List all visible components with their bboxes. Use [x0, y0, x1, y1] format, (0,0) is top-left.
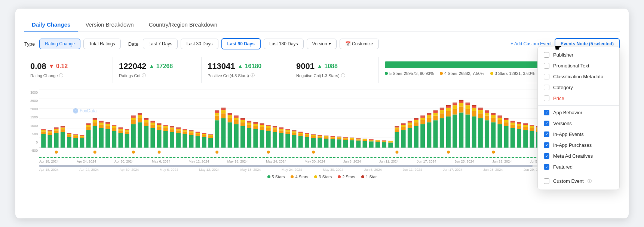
svg-rect-325 — [446, 108, 451, 111]
dropdown-divider-2 — [538, 174, 619, 174]
chart-section: 3000 2500 2000 1500 1000 500 0 -500 — [24, 89, 620, 172]
x2-label-5: May 18, 2024 — [240, 168, 261, 172]
version-button[interactable]: Version ▾ — [307, 39, 337, 49]
category-label: Category — [553, 85, 573, 90]
custom-event-checkbox[interactable] — [544, 178, 549, 184]
promotional-text-checkbox[interactable] — [544, 63, 549, 69]
total-ratings-button[interactable]: Total Ratings — [83, 39, 120, 49]
svg-rect-269 — [375, 141, 380, 142]
svg-rect-359 — [491, 118, 496, 122]
svg-rect-98 — [157, 130, 162, 148]
rating-change-button[interactable]: Rating Change — [39, 39, 80, 49]
last-30-days-button[interactable]: Last 30 Days — [181, 39, 218, 49]
svg-rect-226 — [318, 135, 322, 136]
legend-3stars: 3 Stars — [314, 175, 332, 179]
dropdown-price[interactable]: Price — [538, 93, 619, 104]
svg-rect-244 — [343, 139, 348, 140]
svg-point-462 — [215, 151, 218, 154]
last-7-days-button[interactable]: Last 7 Days — [143, 39, 178, 49]
customize-button[interactable]: 📅 Customize — [340, 39, 379, 49]
dropdown-versions[interactable]: Versions — [538, 118, 619, 129]
svg-rect-170 — [247, 122, 251, 125]
legend-2stars-label: 2 Stars — [342, 175, 355, 179]
svg-rect-180 — [260, 125, 264, 127]
svg-rect-11 — [41, 129, 46, 130]
dropdown-featured[interactable]: Featured — [538, 161, 619, 172]
svg-rect-321 — [440, 109, 444, 110]
svg-rect-27 — [61, 126, 65, 127]
svg-rect-67 — [112, 125, 116, 125]
svg-rect-338 — [466, 115, 470, 148]
svg-rect-303 — [420, 124, 425, 148]
svg-rect-130 — [196, 133, 200, 134]
svg-rect-362 — [491, 113, 496, 114]
y-label-1000: 1000 — [24, 124, 38, 128]
3star-label: 3 Stars — [495, 71, 508, 76]
tab-version-breakdown[interactable]: Version Breakdown — [78, 18, 141, 32]
versions-checkbox[interactable] — [544, 121, 549, 126]
in-app-purchases-checkbox[interactable] — [544, 142, 549, 148]
dropdown-in-app-purchases[interactable]: In-App Purchases — [538, 140, 619, 151]
chart-svg — [39, 89, 620, 158]
svg-rect-311 — [427, 114, 431, 115]
svg-rect-389 — [530, 128, 534, 131]
dropdown-meta-ad-creatives[interactable]: Meta Ad Creatives — [538, 151, 619, 161]
svg-rect-364 — [497, 120, 502, 124]
svg-rect-292 — [401, 123, 406, 124]
meta-ad-creatives-checkbox[interactable] — [544, 153, 549, 159]
svg-rect-69 — [118, 130, 123, 133]
dropdown-publisher[interactable]: Publisher — [538, 49, 619, 60]
svg-rect-200 — [285, 130, 290, 131]
svg-rect-79 — [131, 120, 136, 124]
3star-legend-item: 3 Stars 12921, 3.60% — [490, 71, 535, 76]
svg-rect-242 — [337, 137, 341, 137]
dropdown-in-app-events[interactable]: In-App Events — [538, 129, 619, 140]
dropdown-app-behavior[interactable]: App Behavior — [538, 107, 619, 118]
in-app-events-label: In-App Events — [553, 131, 584, 137]
category-checkbox[interactable] — [544, 85, 549, 90]
svg-rect-380 — [517, 124, 521, 126]
add-custom-event-button[interactable]: + Add Custom Event — [510, 41, 552, 46]
in-app-events-checkbox[interactable] — [544, 131, 549, 137]
svg-rect-194 — [279, 130, 283, 133]
svg-rect-332 — [453, 103, 457, 103]
scroll-track[interactable] — [39, 165, 620, 167]
svg-rect-331 — [453, 103, 457, 105]
svg-rect-327 — [446, 105, 451, 106]
featured-checkbox[interactable] — [544, 164, 549, 170]
svg-rect-32 — [67, 133, 71, 133]
last-180-days-button[interactable]: Last 180 Days — [264, 39, 304, 49]
dropdown-category[interactable]: Category — [538, 82, 619, 93]
price-checkbox[interactable] — [544, 96, 549, 101]
legend-1star-label: 1 Star — [366, 175, 377, 179]
svg-rect-86 — [138, 114, 142, 115]
app-behavior-checkbox[interactable] — [544, 110, 549, 115]
svg-rect-237 — [331, 136, 335, 136]
svg-rect-178 — [260, 130, 264, 148]
scroll-thumb[interactable] — [39, 165, 533, 167]
classification-metadata-checkbox[interactable] — [544, 74, 549, 79]
svg-rect-63 — [112, 131, 116, 148]
4star-dot — [440, 72, 443, 75]
svg-rect-346 — [472, 106, 476, 108]
svg-rect-390 — [530, 126, 534, 128]
x2-label-1: Apr 24, 2024 — [79, 168, 99, 172]
svg-rect-94 — [150, 125, 155, 128]
dropdown-classification-metadata[interactable]: Classification Metadata — [538, 71, 619, 82]
dropdown-custom-event[interactable]: Custom Event ⓘ — [538, 176, 619, 187]
rating-change-stat: 0.08 ▼ 0.12 Rating Change ⓘ — [24, 57, 113, 83]
svg-rect-202 — [285, 129, 290, 129]
svg-rect-19 — [54, 130, 59, 133]
5star-legend-item: 5 Stars 289573, 80.93% — [385, 71, 434, 76]
dropdown-promotional-text[interactable]: Promotional Text — [538, 60, 619, 71]
svg-rect-101 — [157, 124, 162, 125]
svg-rect-135 — [202, 134, 206, 135]
x-label-12: Jun 29, 2024 — [492, 160, 512, 163]
publisher-checkbox[interactable] — [544, 52, 549, 58]
last-90-days-button[interactable]: Last 90 Days — [221, 38, 261, 49]
legend-4stars-dot — [291, 175, 294, 178]
svg-rect-209 — [298, 134, 303, 136]
tab-daily-changes[interactable]: Daily Changes — [24, 18, 78, 32]
svg-rect-118 — [183, 134, 187, 148]
tab-country-region[interactable]: Country/Region Breakdown — [141, 18, 225, 32]
